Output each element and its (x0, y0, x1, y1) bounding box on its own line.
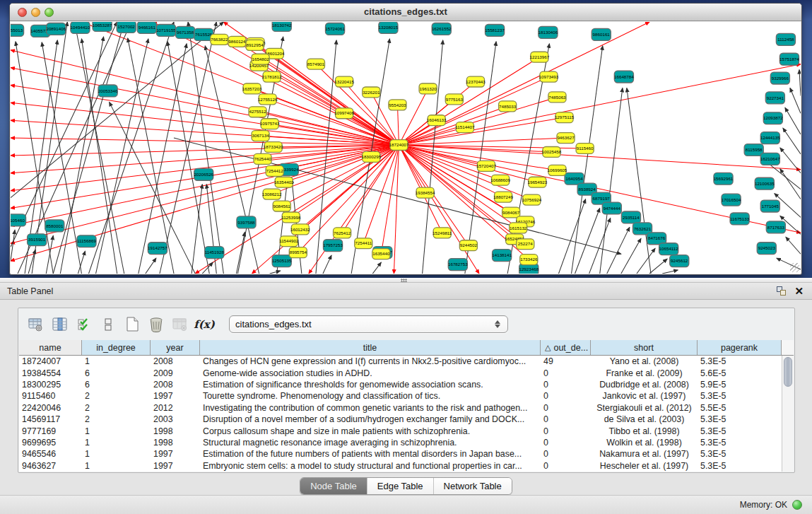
graph-node-label: 1733426 (520, 257, 538, 262)
graph-node-label: 252274 (518, 241, 533, 246)
graph-node-label: 3067134 (252, 133, 269, 138)
graph-node-label: 17957253 (323, 243, 343, 247)
graph-node-label: 2935114 (623, 215, 640, 220)
table-cell: 5.3E-5 (698, 391, 782, 401)
graph-node-label: 9084067 (502, 210, 520, 215)
table-cell: Disruption of a novel member of a sodium… (200, 414, 541, 424)
select-rows-icon[interactable] (75, 315, 93, 334)
window-resize-grip[interactable] (790, 263, 799, 272)
column-header-title[interactable]: title (200, 340, 541, 355)
network-window[interactable]: citations_edges.txt 20550131405571720891… (9, 3, 802, 275)
graph-node-label: 9671358 (177, 30, 194, 35)
graph-node-label: 16046133 (427, 117, 447, 122)
column-header-in_degree[interactable]: in_degree (82, 340, 151, 355)
table-cell: 1998 (151, 426, 200, 436)
column-header-name[interactable]: name (19, 340, 82, 355)
table-cell: Tibbo et al. (1998) (591, 426, 698, 436)
vertical-scrollbar[interactable] (782, 356, 794, 472)
tab-edge-table[interactable]: Edge Table (367, 478, 434, 494)
table-row[interactable]: 1456911722003Disruption of a novel membe… (19, 414, 782, 425)
table-cell: 1 (82, 426, 151, 436)
graph-node-label: 9084561 (273, 204, 291, 209)
table-row[interactable]: 969969511998Structural magnetic resonanc… (19, 437, 782, 448)
graph-node-label: 8471676 (648, 235, 666, 240)
graph-node-label: 11253998 (281, 215, 301, 220)
function-builder-icon[interactable]: f(x) (195, 315, 213, 334)
graph-node-label: 11451928 (205, 250, 225, 255)
table-row[interactable]: 946362711997Embryonic stem cells: a mode… (19, 460, 782, 472)
graph-node-label: 9245023 (758, 245, 776, 250)
table-cell: 1 (82, 438, 151, 448)
table-settings-icon[interactable] (27, 315, 45, 334)
graph-node-label: 16648784 (614, 74, 634, 79)
scrollbar-thumb[interactable] (784, 357, 792, 387)
delete-table-icon[interactable] (147, 315, 165, 334)
table-cell: 19384554 (19, 368, 82, 378)
table-cell: 2 (82, 391, 151, 401)
table-cell: 14569117 (19, 414, 82, 424)
graph-node-label: 2055013 (11, 28, 23, 33)
close-panel-icon[interactable]: ✕ (794, 286, 804, 296)
graph-node-label: 9463627 (557, 135, 575, 140)
tab-network-table[interactable]: Network Table (434, 478, 512, 494)
float-panel-icon[interactable] (777, 286, 786, 296)
table-source-value: citations_edges.txt (235, 319, 495, 329)
column-header-out_de[interactable]: △out_de... (541, 340, 591, 355)
graph-node-label: 9474444 (604, 206, 621, 211)
dropdown-stepper-icon (495, 320, 502, 328)
table-cell: 0 (541, 414, 591, 424)
import-table-icon (171, 315, 189, 334)
new-table-icon[interactable] (123, 315, 141, 334)
table-row[interactable]: 977716911998Corpus callosum shape and si… (19, 425, 782, 436)
table-row[interactable]: 1872400712008Changes of HCN gene express… (19, 356, 782, 367)
column-header-pagerank[interactable]: pagerank (698, 340, 782, 355)
table-row[interactable]: 1830029562008Estimation of significance … (19, 379, 782, 390)
column-chooser-icon[interactable] (51, 315, 69, 334)
table-tabs-segmented-control: Node TableEdge TableNetwork Table (300, 477, 512, 495)
table-cell: 9115460 (19, 391, 82, 401)
panel-split-divider[interactable] (0, 278, 812, 283)
header-scrollbar-stub (782, 340, 794, 355)
column-header-short[interactable]: short (591, 340, 698, 355)
citation-network-graph[interactable]: 2055013140557172089140610494410106532871… (11, 22, 801, 274)
graph-node-label: 13208015 (379, 25, 399, 30)
graph-node-label: 14138141 (492, 252, 512, 257)
table-cell: 18300295 (19, 380, 82, 390)
table-cell: 0 (541, 403, 591, 413)
table-row[interactable]: 946554611997Estimation of the future num… (19, 448, 782, 460)
table-header-row: namein_degreeyeartitle△out_de...shortpag… (19, 340, 794, 356)
network-window-titlebar[interactable]: citations_edges.txt (10, 4, 801, 21)
table-source-dropdown[interactable]: citations_edges.txt (229, 315, 508, 333)
table-cell: Investigating the contribution of common… (200, 403, 541, 413)
graph-node-label: 8912954 (246, 42, 264, 47)
network-graph-canvas[interactable]: 2055013140557172089140610494410106532871… (11, 22, 801, 274)
table-cell: 22420046 (19, 403, 82, 413)
graph-node-label: 12100635 (755, 181, 775, 186)
table-cell: 2009 (151, 368, 200, 378)
graph-node-label: 1640954 (565, 176, 583, 181)
graph-node-label: 19654923 (527, 180, 547, 185)
tab-node-table[interactable]: Node Table (300, 478, 367, 494)
graph-node-label: 4275512 (249, 110, 266, 115)
node-table: namein_degreeyeartitle△out_de...shortpag… (19, 340, 794, 472)
column-header-year[interactable]: year (151, 340, 200, 355)
graph-node-label: 9860161 (593, 32, 611, 37)
table-row[interactable]: 911546021997Tourette syndrome. Phenomeno… (19, 390, 782, 402)
table-tabs-bar: Node TableEdge TableNetwork Table (0, 477, 812, 495)
graph-node-label: 10494410 (71, 25, 90, 30)
graph-node-label: 11544902 (279, 238, 299, 243)
graph-node-label: 9397588 (237, 220, 255, 225)
graph-node-label: 15724061 (325, 26, 345, 31)
table-cell: 0 (541, 391, 591, 401)
table-cell: Jankovic et al. (1997) (591, 391, 698, 401)
status-bar: Memory: OK (0, 495, 812, 514)
table-cell: Hescheler et al. (1997) (591, 461, 698, 471)
graph-node-label: 18130406 (539, 30, 558, 35)
table-cell: 5.3E-5 (698, 426, 782, 436)
table-panel-body: f(x) citations_edges.txt namein_degreeye… (0, 300, 812, 495)
table-panel-title: Table Panel (0, 286, 53, 296)
table-row[interactable]: 2242004622012Investigating the contribut… (19, 402, 782, 414)
graph-node-label: 9245612 (671, 258, 688, 263)
table-row[interactable]: 1938455462009Genome-wide association stu… (19, 367, 782, 378)
row-height-icon[interactable] (99, 315, 117, 334)
